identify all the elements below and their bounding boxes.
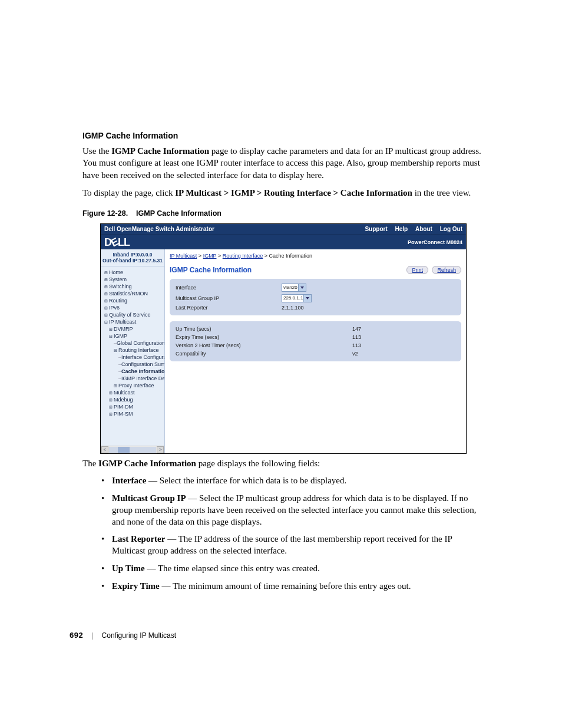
nav-item-multicast[interactable]: Multicast (103, 389, 164, 396)
nav-item-global-configuration[interactable]: Global Configuration (103, 340, 164, 347)
nav-tree[interactable]: Inband IP:0.0.0.0 Out-of-band IP:10.27.5… (101, 249, 165, 453)
select-multicast-group-ip[interactable]: 225.0.1.1 (282, 294, 312, 302)
field-desc: — Select the interface for which data is… (146, 476, 346, 485)
nav-item-igmp[interactable]: IGMP (103, 332, 164, 340)
breadcrumb: IP Multicast > IGMP > Routing Interface … (170, 253, 461, 259)
page-footer: 692 | Configuring IP Multicast (70, 631, 176, 640)
field-term: Last Reporter (112, 534, 165, 543)
scroll-track[interactable] (109, 447, 156, 453)
figure-caption: Figure 12-28. IGMP Cache Information (82, 209, 485, 218)
after-bold: IGMP Cache Information (98, 459, 196, 468)
breadcrumb-cache-information: Cache Information (269, 253, 313, 259)
nav-horizontal-scrollbar[interactable]: < > (101, 446, 164, 453)
after-pre: The (82, 459, 98, 468)
intro-p1-bold: IGMP Cache Information (111, 146, 209, 156)
field-item: Multicast Group IP — Select the IP multi… (101, 493, 485, 528)
nav-item-system[interactable]: System (103, 276, 164, 283)
field-term: Interface (112, 476, 146, 485)
nav-ip-block: Inband IP:0.0.0.0 Out-of-band IP:10.27.5… (101, 249, 164, 266)
intro-p2-bold: IP Multicast > IGMP > Routing Interface … (175, 188, 412, 197)
logout-link[interactable]: Log Out (440, 226, 462, 232)
nav-item-cache-informatio[interactable]: Cache Informatio (103, 368, 164, 375)
breadcrumb-routing-interface[interactable]: Routing Interface (223, 253, 263, 259)
label-last-reporter: Last Reporter (176, 305, 282, 311)
after-post: page displays the following fields: (196, 459, 320, 468)
nav-item-mdebug[interactable]: Mdebug (103, 396, 164, 403)
refresh-button[interactable]: Refresh (432, 266, 461, 274)
row-multicast-group-ip: Multicast Group IP 225.0.1.1 (170, 293, 461, 304)
value-v2-host-timer: 113 (352, 342, 388, 348)
label-expiry-time: Expiry Time (secs) (176, 334, 352, 340)
window-title: Dell OpenManage Switch Administrator (104, 224, 214, 235)
dell-logo: DELL (104, 236, 130, 249)
footer-separator: | (91, 631, 93, 640)
nav-item-configuration-sum[interactable]: Configuration Sum (103, 361, 164, 368)
row-v2-host-timer: Version 2 Host Timer (secs) 113 (170, 341, 461, 350)
content-pane: IP Multicast > IGMP > Routing Interface … (165, 249, 466, 453)
fields-list: Interface — Select the interface for whi… (82, 475, 485, 592)
field-term: Multicast Group IP (112, 493, 186, 503)
section-heading: IGMP Cache Information (82, 131, 485, 140)
value-expiry-time: 113 (352, 334, 388, 340)
field-term: Expiry Time (112, 581, 160, 591)
page-number: 692 (70, 631, 83, 640)
value-last-reporter: 2.1.1.100 (282, 305, 364, 311)
row-compatibility: Compatibility v2 (170, 350, 461, 358)
field-desc: — The minimum amount of time remaining b… (160, 581, 411, 591)
about-link[interactable]: About (415, 226, 432, 232)
window-titlebar: Dell OpenManage Switch Administrator Sup… (101, 224, 466, 235)
nav-item-ip-multicast[interactable]: IP Multicast (103, 318, 164, 325)
intro-paragraph-2: To display the page, click IP Multicast … (82, 187, 485, 199)
scroll-right-icon[interactable]: > (157, 446, 164, 453)
logo-bar: DELL PowerConnect M8024 (101, 235, 466, 249)
support-link[interactable]: Support (365, 226, 387, 232)
field-item: Interface — Select the interface for whi… (101, 475, 485, 487)
label-up-time: Up Time (secs) (176, 326, 352, 332)
field-item: Up Time — The time elapsed since this en… (101, 563, 485, 575)
chapter-name: Configuring IP Multicast (102, 631, 177, 640)
inband-ip: Inband IP:0.0.0.0 (101, 252, 164, 258)
row-expiry-time: Expiry Time (secs) 113 (170, 333, 461, 341)
print-button[interactable]: Print (406, 266, 428, 274)
intro-p1-pre: Use the (82, 146, 111, 156)
figure-caption-number: Figure 12-28. (82, 209, 128, 218)
select-interface[interactable]: vlan20 (282, 284, 306, 292)
label-multicast-group-ip: Multicast Group IP (176, 295, 282, 301)
selection-panel: Interface vlan20 Multicast Group IP 225.… (170, 279, 461, 315)
nav-item-pim-dm[interactable]: PIM-DM (103, 403, 164, 410)
nav-item-proxy-interface[interactable]: Proxy Interface (103, 382, 164, 389)
scroll-thumb[interactable] (118, 447, 130, 453)
nav-item-ipv6[interactable]: IPv6 (103, 304, 164, 311)
screenshot: Dell OpenManage Switch Administrator Sup… (100, 223, 467, 454)
product-label: PowerConnect M8024 (408, 239, 462, 245)
nav-item-igmp-interface-de[interactable]: IGMP Interface De (103, 375, 164, 382)
field-desc: — The time elapsed since this entry was … (145, 564, 320, 573)
row-last-reporter: Last Reporter 2.1.1.100 (170, 304, 461, 312)
field-item: Expiry Time — The minimum amount of time… (101, 581, 485, 592)
intro-p2-post: in the tree view. (412, 188, 471, 197)
label-compatibility: Compatibility (176, 351, 352, 357)
breadcrumb-ip-multicast[interactable]: IP Multicast (170, 253, 197, 259)
fields-intro: The IGMP Cache Information page displays… (82, 457, 485, 469)
scroll-left-icon[interactable]: < (101, 446, 108, 453)
nav-item-quality-of-service[interactable]: Quality of Service (103, 311, 164, 318)
top-nav-links: Support Help About Log Out (359, 224, 462, 235)
breadcrumb-igmp[interactable]: IGMP (203, 253, 217, 259)
nav-item-home[interactable]: Home (103, 269, 164, 276)
info-panel: Up Time (secs) 147 Expiry Time (secs) 11… (170, 321, 461, 361)
nav-item-routing-interface[interactable]: Routing Interface (103, 347, 164, 354)
figure-caption-title: IGMP Cache Information (136, 209, 222, 218)
row-up-time: Up Time (secs) 147 (170, 325, 461, 333)
nav-item-routing[interactable]: Routing (103, 297, 164, 304)
label-v2-host-timer: Version 2 Host Timer (secs) (176, 342, 352, 348)
field-term: Up Time (112, 564, 145, 573)
help-link[interactable]: Help (395, 226, 408, 232)
nav-item-switching[interactable]: Switching (103, 283, 164, 290)
nav-item-statistics-rmon[interactable]: Statistics/RMON (103, 290, 164, 297)
nav-item-pim-sm[interactable]: PIM-SM (103, 410, 164, 417)
row-interface: Interface vlan20 (170, 282, 461, 293)
nav-item-dvmrp[interactable]: DVMRP (103, 325, 164, 332)
intro-p2-pre: To display the page, click (82, 188, 175, 197)
value-compatibility: v2 (352, 351, 388, 357)
nav-item-interface-configura[interactable]: Interface Configura (103, 354, 164, 361)
